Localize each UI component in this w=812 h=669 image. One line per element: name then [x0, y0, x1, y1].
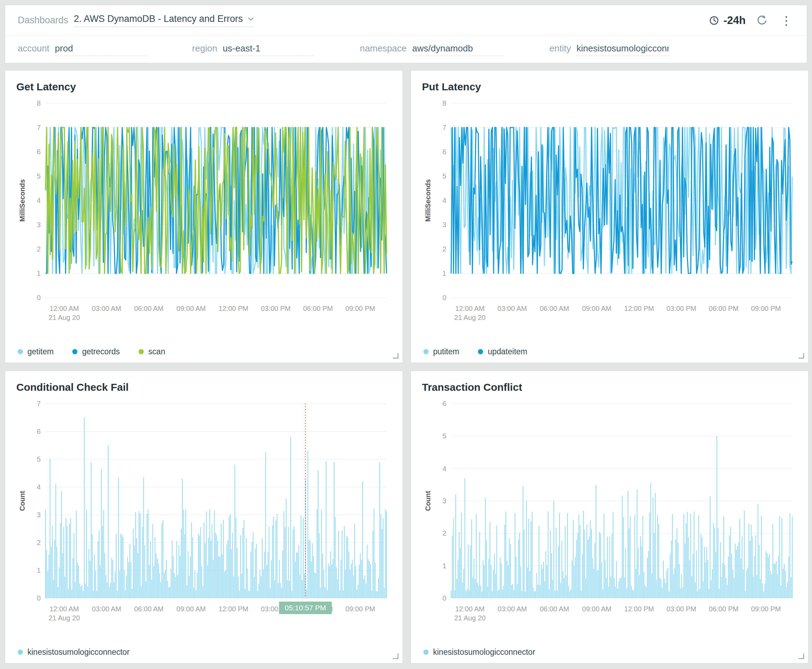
legend-label: kinesistosumologicconnector: [433, 647, 535, 657]
svg-text:12:00 PM: 12:00 PM: [219, 605, 248, 613]
chart-canvas-conditional-check-fail[interactable]: 0123456712:00 AM21 Aug 2003:00 AM06:00 A…: [16, 398, 392, 627]
more-options-button[interactable]: ⋮: [778, 15, 794, 27]
svg-text:09:00 AM: 09:00 AM: [177, 605, 206, 613]
legend: putitemupdateitem: [421, 340, 798, 356]
svg-text:03:00 AM: 03:00 AM: [92, 304, 121, 312]
refresh-button[interactable]: [756, 15, 768, 27]
panel-title: Put Latency: [422, 81, 798, 93]
legend-item-putitem[interactable]: putitem: [424, 347, 459, 356]
svg-text:8: 8: [442, 99, 446, 107]
svg-text:1: 1: [37, 566, 40, 574]
legend: kinesistosumologicconnector: [16, 640, 392, 657]
panel-resize-handle[interactable]: [799, 353, 804, 358]
svg-text:12:00 AM: 12:00 AM: [455, 605, 485, 613]
filter-account-value[interactable]: prod: [55, 43, 147, 56]
header: Dashboards 2. AWS DynamoDB - Latency and…: [5, 5, 807, 63]
svg-text:6: 6: [442, 148, 446, 156]
svg-text:Count: Count: [424, 491, 432, 511]
svg-text:09:00 PM: 09:00 PM: [751, 605, 781, 613]
svg-text:7: 7: [37, 400, 40, 407]
legend-dot: [139, 349, 144, 354]
svg-text:1: 1: [442, 269, 446, 277]
svg-text:12:00 AM: 12:00 AM: [50, 605, 79, 613]
svg-text:3: 3: [37, 221, 40, 229]
legend-label: getrecords: [82, 347, 120, 356]
time-range-control[interactable]: -24h: [709, 14, 746, 27]
svg-text:4: 4: [442, 465, 446, 472]
svg-text:2: 2: [442, 529, 446, 537]
svg-text:12:00 AM: 12:00 AM: [50, 304, 79, 312]
svg-text:5: 5: [37, 172, 40, 180]
filter-entity-label: entity: [550, 43, 571, 54]
panel-transaction-conflict: Transaction Conflict 012345612:00 AM21 A…: [410, 371, 809, 664]
svg-text:03:00 AM: 03:00 AM: [92, 605, 121, 613]
svg-text:21 Aug 20: 21 Aug 20: [49, 614, 80, 622]
clock-icon: [709, 15, 719, 26]
panel-title: Transaction Conflict: [422, 382, 798, 393]
legend-label: getitem: [27, 347, 54, 356]
svg-text:1: 1: [442, 562, 446, 570]
svg-text:09:00 PM: 09:00 PM: [751, 304, 781, 312]
svg-text:03:00 PM: 03:00 PM: [261, 304, 291, 312]
filter-entity-value[interactable]: kinesistosumologicconnector: [577, 43, 669, 56]
legend-dot: [424, 349, 429, 354]
legend-item-getitem[interactable]: getitem: [18, 347, 54, 356]
page-title: 2. AWS DynamoDB - Latency and Errors: [74, 13, 243, 24]
svg-text:06:00 PM: 06:00 PM: [303, 304, 333, 312]
chart-canvas-transaction-conflict[interactable]: 012345612:00 AM21 Aug 2003:00 AM06:00 AM…: [421, 398, 798, 627]
svg-text:1: 1: [37, 269, 40, 277]
dashboard-title-dropdown[interactable]: 2. AWS DynamoDB - Latency and Errors: [74, 13, 254, 27]
legend-dot: [18, 650, 23, 655]
filter-account: account prod: [18, 43, 147, 56]
svg-text:09:00 PM: 09:00 PM: [346, 605, 375, 613]
chart-canvas-put-latency[interactable]: 01234567812:00 AM21 Aug 2003:00 AM06:00 …: [421, 97, 798, 327]
svg-text:0: 0: [37, 594, 40, 602]
chart-canvas-get-latency[interactable]: 01234567812:00 AM21 Aug 2003:00 AM06:00 …: [16, 97, 392, 327]
panel-title: Conditional Check Fail: [16, 382, 392, 393]
filter-region-label: region: [192, 43, 217, 54]
legend-dot: [18, 349, 23, 354]
time-range-label: -24h: [723, 14, 746, 27]
legend-item-kinesistosumologicconnector[interactable]: kinesistosumologicconnector: [424, 647, 535, 657]
legend-label: putitem: [433, 347, 459, 356]
chevron-down-icon: [248, 17, 254, 21]
svg-text:21 Aug 20: 21 Aug 20: [49, 314, 80, 321]
svg-text:2: 2: [37, 539, 40, 546]
svg-text:21 Aug 20: 21 Aug 20: [454, 314, 486, 321]
panel-resize-handle[interactable]: [393, 353, 398, 358]
panel-resize-handle[interactable]: [799, 653, 804, 659]
breadcrumb-dashboards[interactable]: Dashboards: [18, 15, 69, 26]
svg-text:3: 3: [442, 221, 446, 229]
legend-item-kinesistosumologicconnector[interactable]: kinesistosumologicconnector: [18, 647, 129, 657]
svg-text:03:00 PM: 03:00 PM: [666, 304, 696, 312]
filter-namespace-label: namespace: [360, 43, 406, 54]
svg-text:2: 2: [37, 245, 40, 253]
svg-text:12:00 AM: 12:00 AM: [455, 304, 485, 312]
legend-item-getrecords[interactable]: getrecords: [72, 347, 120, 356]
legend: kinesistosumologicconnector: [421, 640, 798, 657]
svg-text:09:00 AM: 09:00 AM: [177, 304, 206, 312]
legend-label: updateitem: [488, 347, 527, 356]
legend-dot: [478, 349, 483, 354]
svg-text:06:00 PM: 06:00 PM: [709, 605, 739, 613]
legend: getitemgetrecordsscan: [16, 340, 392, 356]
filter-region-value[interactable]: us-east-1: [223, 43, 314, 56]
svg-text:06:00 PM: 06:00 PM: [709, 304, 739, 312]
dashboard-page: Dashboards 2. AWS DynamoDB - Latency and…: [0, 0, 812, 669]
legend-item-scan[interactable]: scan: [139, 347, 165, 356]
legend-dot: [424, 650, 429, 655]
legend-label: kinesistosumologicconnector: [27, 647, 129, 657]
svg-text:0: 0: [442, 594, 446, 602]
panel-resize-handle[interactable]: [393, 653, 398, 659]
filter-namespace-value[interactable]: aws/dynamodb: [412, 43, 504, 56]
filter-region: region us-east-1: [192, 43, 314, 56]
svg-text:Count: Count: [18, 491, 26, 511]
svg-text:6: 6: [37, 428, 40, 435]
svg-text:12:00 PM: 12:00 PM: [624, 605, 654, 613]
legend-dot: [72, 349, 77, 354]
filter-namespace: namespace aws/dynamodb: [360, 43, 504, 56]
svg-text:09:00 PM: 09:00 PM: [346, 304, 375, 312]
svg-text:12:00 PM: 12:00 PM: [219, 304, 248, 312]
filter-account-label: account: [18, 43, 49, 54]
legend-item-updateitem[interactable]: updateitem: [478, 347, 527, 356]
